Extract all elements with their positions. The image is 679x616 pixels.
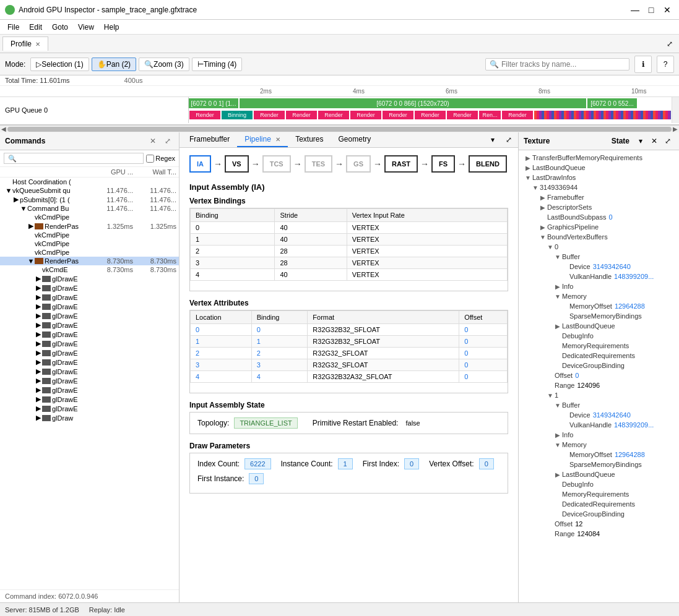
tree-debug-info-0[interactable]: DebugInfo <box>519 331 679 341</box>
cmd-row-gldraw-13[interactable]: ▶glDrawE <box>0 385 179 395</box>
cmd-row-gldraw-12[interactable]: ▶glDrawE <box>0 376 179 385</box>
menu-help[interactable]: Help <box>99 22 124 33</box>
profile-tab-close[interactable]: ✕ <box>35 41 40 48</box>
state-close[interactable]: ✕ <box>648 135 660 147</box>
hscroll-left-arrow[interactable]: ◀ <box>1 126 6 132</box>
tree-vulkan-handle-0[interactable]: VulkanHandle148399209... <box>519 272 679 281</box>
pipeline-stage-gs[interactable]: GS <box>346 155 371 173</box>
pipeline-stage-fs[interactable]: FS <box>431 155 455 173</box>
tree-device-group-1[interactable]: DeviceGroupBinding <box>519 509 679 519</box>
tree-framebuffer[interactable]: ▶Framebuffer <box>519 192 679 202</box>
menu-view[interactable]: View <box>73 22 99 33</box>
pipeline-stage-tcs[interactable]: TCS <box>262 155 291 173</box>
track-bar-1[interactable]: [6072 0 0 1] (1... <box>189 98 238 108</box>
expand-icon-3[interactable]: ▼ <box>20 205 27 212</box>
cmd-row-gldraw-1[interactable]: ▶glDrawE <box>0 274 179 283</box>
pipeline-stage-blend[interactable]: BLEND <box>469 155 507 173</box>
minimize-button[interactable]: — <box>628 3 642 17</box>
state-expand[interactable]: ⤢ <box>662 135 674 147</box>
cmd-row-gldraw-16[interactable]: ▶glDraw <box>0 413 179 422</box>
tree-last-bound-queue-0[interactable]: ▶LastBoundQueue <box>519 321 679 331</box>
vb-row-2[interactable]: 228VERTEX <box>191 246 508 257</box>
hscroll-thumb[interactable] <box>7 127 672 132</box>
cmd-row-gldraw-9[interactable]: ▶glDrawE <box>0 348 179 357</box>
tree-memory-req-1[interactable]: MemoryRequirements <box>519 489 679 499</box>
tree-3149336944[interactable]: ▼3149336944 <box>519 182 679 192</box>
cmd-row-gldraw-3[interactable]: ▶glDrawE <box>0 293 179 302</box>
cmd-row-gldraw-10[interactable]: ▶glDrawE <box>0 357 179 367</box>
pan-button[interactable]: ✋ Pan (2) <box>92 58 136 71</box>
cmd-row-vkcmdpipe-1[interactable]: vkCmdPipe <box>0 213 179 221</box>
tree-last-bound-subpass[interactable]: LastBoundSubpass0 <box>519 212 679 222</box>
tree-bvb-0[interactable]: ▼0 <box>519 242 679 252</box>
expand-icon-2[interactable]: ▶ <box>12 195 20 203</box>
va-row-1[interactable]: 11R32G32B32_SFLOAT0 <box>191 336 508 348</box>
timeline-hscroll[interactable]: ◀ ▶ <box>0 125 679 132</box>
cmd-row-vkcmdpipe-2[interactable]: vkCmdPipe <box>0 231 179 239</box>
tree-bound-vertex-buffers[interactable]: ▼BoundVertexBuffers <box>519 232 679 242</box>
tree-range-1[interactable]: Range124084 <box>519 529 679 539</box>
vb-row-3[interactable]: 328VERTEX <box>191 257 508 269</box>
vertex-attributes-scroll[interactable]: Location Binding Format Offset 00R32G32B… <box>190 310 508 393</box>
expand-icon-5[interactable]: ▶ <box>27 222 35 230</box>
tree-device-0[interactable]: Device3149342640 <box>519 262 679 272</box>
tree-descriptor-sets[interactable]: ▶DescriptorSets <box>519 202 679 212</box>
tree-sparse-memory-0[interactable]: SparseMemoryBindings <box>519 311 679 321</box>
va-row-3[interactable]: 33R32G32_SFLOAT0 <box>191 359 508 371</box>
center-tab-expand[interactable]: ⤢ <box>502 133 516 147</box>
cmd-row-gldraw-2[interactable]: ▶glDrawE <box>0 283 179 293</box>
tree-memory-offset-0[interactable]: MemoryOffset12964288 <box>519 301 679 311</box>
search-input[interactable] <box>501 60 625 69</box>
cmd-row-gldraw-5[interactable]: ▶glDrawE <box>0 311 179 320</box>
selection-button[interactable]: ▷ Selection (1) <box>30 58 89 71</box>
tab-framebuffer[interactable]: Framebuffer <box>182 132 237 147</box>
cmd-row-host-coordination[interactable]: Host Coordination ( <box>0 178 179 186</box>
tree-buffer-1[interactable]: ▼Buffer <box>519 400 679 410</box>
va-row-4[interactable]: 44R32G32B32A32_SFLOAT0 <box>191 371 508 383</box>
pipeline-stage-rast[interactable]: RAST <box>384 155 418 173</box>
cmd-row-gldraw-14[interactable]: ▶glDrawE <box>0 395 179 404</box>
vb-row-4[interactable]: 440VERTEX <box>191 269 508 281</box>
tree-last-draw-infos[interactable]: ▼LastDrawInfos <box>519 173 679 182</box>
tree-last-bound-queue[interactable]: ▶LastBoundQueue <box>519 163 679 173</box>
tab-geometry[interactable]: Geometry <box>331 132 379 147</box>
commands-close-button[interactable]: ✕ <box>147 135 159 147</box>
expand-icon-1[interactable]: ▼ <box>5 187 12 194</box>
menu-edit[interactable]: Edit <box>24 22 47 33</box>
tab-textures[interactable]: Textures <box>288 132 331 147</box>
tree-device-group-0[interactable]: DeviceGroupBinding <box>519 361 679 370</box>
tree-dedicated-req-0[interactable]: DedicatedRequirements <box>519 351 679 361</box>
track-bar-2[interactable]: [6072 0 0 866] (1520x720) <box>240 98 586 108</box>
va-row-2[interactable]: 22R32G32_SFLOAT0 <box>191 348 508 359</box>
regex-checkbox-label[interactable]: Regex <box>146 155 175 163</box>
track-filter-search[interactable]: 🔍 <box>485 58 629 71</box>
zoom-button[interactable]: 🔍 Zoom (3) <box>139 58 189 71</box>
tree-info-0[interactable]: ▶Info <box>519 281 679 291</box>
tree-offset-1[interactable]: Offset12 <box>519 519 679 529</box>
cmd-row-command-buffer[interactable]: ▼ Command Bu 11.476... 11.476... <box>0 204 179 213</box>
cmd-row-psubmits[interactable]: ▶ pSubmits[0]: (1 ( 11.476... 11.476... <box>0 195 179 204</box>
cmd-row-gldraw-11[interactable]: ▶glDrawE <box>0 367 179 376</box>
tree-offset-0[interactable]: Offset0 <box>519 370 679 380</box>
tree-debug-info-1[interactable]: DebugInfo <box>519 479 679 489</box>
tree-memory-1[interactable]: ▼Memory <box>519 440 679 450</box>
menu-goto[interactable]: Goto <box>47 22 73 33</box>
state-chevron[interactable]: ▾ <box>634 135 647 147</box>
track-content[interactable]: [6072 0 0 1] (1... [6072 0 0 866] (1520x… <box>189 97 672 123</box>
vb-row-0[interactable]: 040VERTEX <box>191 222 508 234</box>
tree-memory-req-0[interactable]: MemoryRequirements <box>519 341 679 351</box>
commands-search-input[interactable] <box>4 153 144 164</box>
cmd-row-gldraw-4[interactable]: ▶glDrawE <box>0 302 179 311</box>
tab-pipeline[interactable]: Pipeline ✕ <box>237 132 288 147</box>
tree-graphics-pipeline[interactable]: ▶GraphicsPipeline <box>519 222 679 232</box>
cmd-row-vkcmdpipe-3[interactable]: vkCmdPipe <box>0 239 179 248</box>
tree-transfer-buffer[interactable]: ▶TransferBufferMemoryRequirements <box>519 153 679 163</box>
tree-vulkan-handle-1[interactable]: VulkanHandle148399209... <box>519 420 679 430</box>
pipeline-stage-vs[interactable]: VS <box>225 155 249 173</box>
help-button[interactable]: ? <box>657 56 674 73</box>
cmd-row-vkcmdpipe-4[interactable]: vkCmdPipe <box>0 248 179 257</box>
tab-maximize-button[interactable]: ⤢ <box>663 37 677 51</box>
vb-row-1[interactable]: 140VERTEX <box>191 234 508 246</box>
vertex-bindings-scroll[interactable]: Binding Stride Vertex Input Rate 040VERT… <box>190 208 508 291</box>
tree-last-bound-queue-1[interactable]: ▶LastBoundQueue <box>519 469 679 479</box>
